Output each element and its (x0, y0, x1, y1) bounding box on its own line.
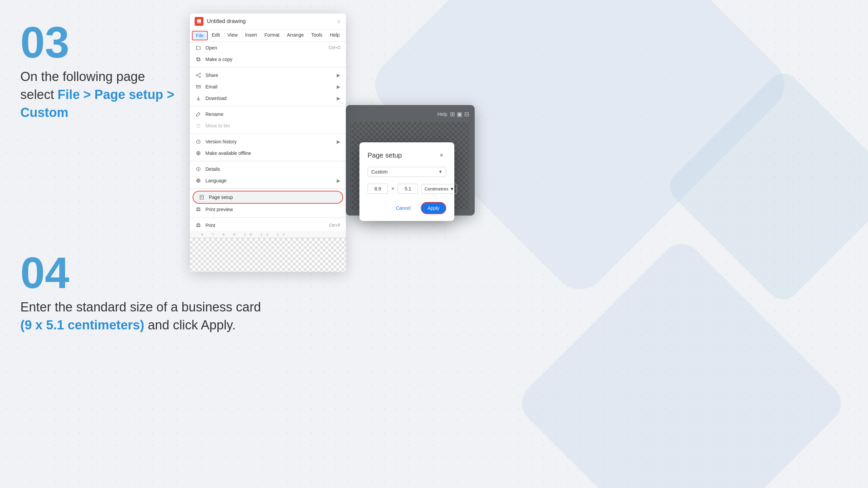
menu-download[interactable]: Download ▶ (190, 93, 346, 104)
sep-4 (190, 161, 346, 161)
page-setup-label: Page setup (209, 195, 337, 200)
menu-help[interactable]: Help (327, 31, 343, 40)
email-arrow: ▶ (337, 84, 340, 89)
step-04-highlight: (9 x 5.1 centimeters) (20, 318, 144, 332)
open-shortcut: Ctrl+O (329, 45, 340, 50)
height-input[interactable] (398, 184, 418, 194)
window-title: Untitled drawing (207, 18, 333, 24)
dialog-footer: Cancel Apply (368, 202, 446, 214)
step-04-text: Enter the standard size of a business ca… (20, 298, 261, 334)
menu-open[interactable]: Open Ctrl+O (190, 42, 346, 54)
step-03-highlight2: Custom (20, 105, 68, 120)
offline-icon (195, 150, 201, 156)
menu-email[interactable]: Email ▶ (190, 81, 346, 93)
page-setup-dialog: Page setup × Custom ▼ × Centimetres ▼ Ca… (359, 142, 454, 221)
star-icon: ☆ (336, 18, 341, 25)
step-03-desc-line2: select (20, 87, 58, 102)
page-icon (199, 194, 205, 200)
history-icon (195, 139, 201, 145)
app-icon (195, 17, 203, 26)
menu-print[interactable]: Print Ctrl+P (190, 220, 346, 231)
download-arrow: ▶ (337, 96, 340, 101)
make-copy-label: Make a copy (205, 57, 340, 62)
canvas-ruler: 6 7 8 9 10 11 12 (190, 231, 346, 238)
menu-format[interactable]: Format (261, 31, 283, 40)
menu-rename[interactable]: Rename (190, 108, 346, 120)
sep-6 (190, 217, 346, 218)
svg-rect-32 (197, 226, 199, 227)
offline-label: Make available offline (205, 150, 340, 156)
details-label: Details (205, 166, 340, 172)
menu-page-setup[interactable]: Page setup (193, 191, 343, 204)
download-icon (195, 95, 201, 101)
menu-edit[interactable]: Edit (209, 31, 223, 40)
svg-point-7 (196, 75, 197, 76)
menu-arrange[interactable]: Arrange (283, 31, 307, 40)
unit-value: Centimetres (425, 186, 448, 191)
version-history-label: Version history (205, 139, 333, 144)
rename-icon (195, 111, 201, 117)
menu-move-bin[interactable]: Move to bin (190, 120, 346, 131)
step-03-desc-line1: On the following page (20, 69, 145, 84)
step-04-desc-line2: and click Apply. (144, 318, 236, 332)
cancel-button[interactable]: Cancel (390, 203, 417, 214)
unit-arrow-icon: ▼ (450, 186, 454, 191)
svg-point-6 (200, 77, 201, 78)
menu-language[interactable]: Language ▶ (190, 175, 346, 186)
download-label: Download (205, 96, 333, 101)
svg-point-21 (198, 168, 199, 169)
info-icon (195, 166, 201, 172)
share-icon (195, 72, 201, 78)
step-04-desc-line1: Enter the standard size of a business ca… (20, 300, 261, 314)
unit-dropdown[interactable]: Centimetres ▼ (421, 184, 457, 194)
menu-insert[interactable]: Insert (242, 31, 260, 40)
svg-point-5 (200, 73, 201, 74)
menu-view[interactable]: View (224, 31, 241, 40)
print-preview-label: Print preview (205, 207, 340, 212)
bg-icons: ⊞ ▣ ⊟ (450, 110, 469, 118)
dialog-header: Page setup × (368, 150, 446, 160)
dropdown-arrow-icon: ▼ (438, 169, 442, 174)
svg-rect-31 (197, 223, 199, 224)
svg-line-9 (197, 76, 199, 77)
svg-line-8 (197, 74, 199, 75)
bin-icon (195, 123, 201, 129)
svg-rect-13 (197, 125, 200, 127)
copy-icon (195, 56, 201, 62)
close-icon: × (440, 152, 443, 159)
menu-details[interactable]: Details (190, 163, 346, 175)
menu-share[interactable]: Share ▶ (190, 69, 346, 81)
dialog-title: Page setup (368, 151, 402, 159)
width-input[interactable] (368, 184, 388, 194)
sep-3 (190, 134, 346, 134)
dimensions-row: × Centimetres ▼ (368, 184, 446, 194)
email-label: Email (205, 84, 333, 89)
drawing-canvas (190, 238, 346, 272)
language-label: Language (205, 178, 333, 183)
menu-file[interactable]: File (192, 31, 208, 40)
print-shortcut: Ctrl+P (329, 223, 340, 228)
menu-offline[interactable]: Make available offline (190, 147, 346, 159)
bg-window-menubar: Help ⊞ ▣ ⊟ (351, 110, 469, 118)
apply-button[interactable]: Apply (421, 202, 446, 214)
globe-icon (195, 178, 201, 184)
rename-label: Rename (205, 111, 340, 117)
svg-rect-29 (197, 210, 199, 211)
sep-2 (190, 106, 346, 106)
menu-print-preview[interactable]: Print preview (190, 204, 346, 215)
page-size-dropdown[interactable]: Custom ▼ (368, 167, 446, 177)
move-bin-label: Move to bin (205, 123, 340, 128)
dialog-close-button[interactable]: × (437, 150, 446, 160)
menu-bar[interactable]: File Edit View Insert Format Arrange Too… (190, 29, 346, 42)
drawings-window: Untitled drawing ☆ File Edit View Insert… (190, 14, 346, 272)
file-dropdown-menu: Open Ctrl+O Make a copy Share ▶ Email ▶ (190, 42, 346, 231)
language-arrow: ▶ (337, 178, 340, 183)
menu-tools[interactable]: Tools (308, 31, 326, 40)
menu-version-history[interactable]: Version history ▶ (190, 136, 346, 147)
menu-make-copy[interactable]: Make a copy (190, 54, 346, 65)
svg-rect-24 (200, 195, 203, 199)
print-icon (195, 222, 201, 228)
email-icon (195, 84, 201, 90)
sep-5 (190, 188, 346, 189)
svg-rect-1 (197, 19, 201, 22)
